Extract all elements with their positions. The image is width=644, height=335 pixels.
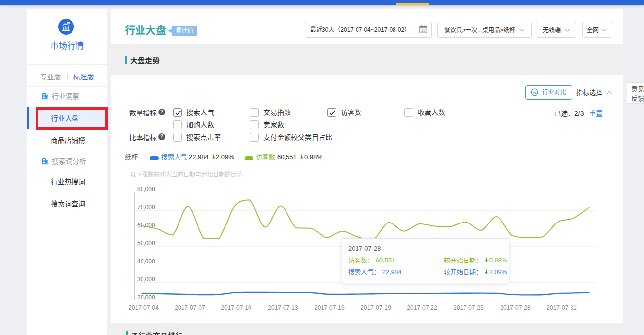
svg-text:15: 15	[421, 28, 425, 33]
svg-text:vs: vs	[533, 90, 537, 94]
